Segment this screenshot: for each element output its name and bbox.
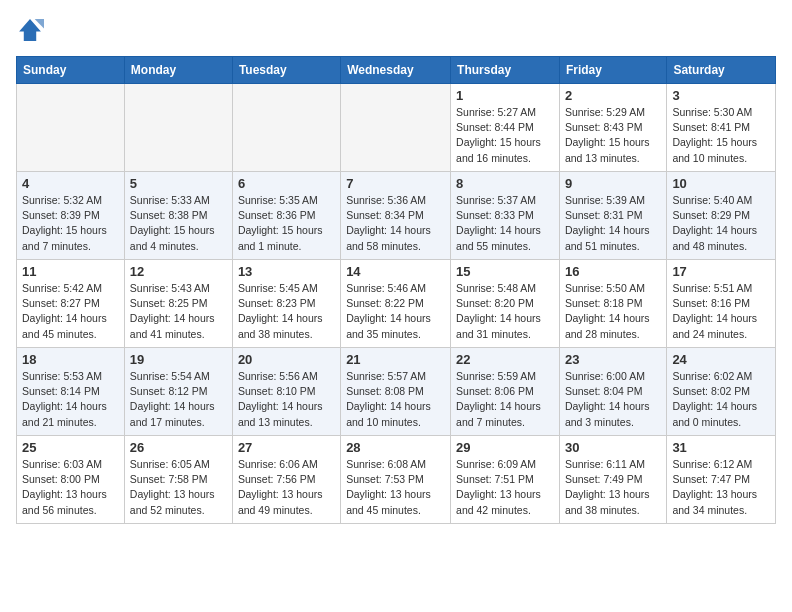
- calendar-cell: 14Sunrise: 5:46 AM Sunset: 8:22 PM Dayli…: [341, 260, 451, 348]
- day-number: 13: [238, 264, 335, 279]
- day-info: Sunrise: 5:35 AM Sunset: 8:36 PM Dayligh…: [238, 193, 335, 254]
- day-info: Sunrise: 5:42 AM Sunset: 8:27 PM Dayligh…: [22, 281, 119, 342]
- calendar-cell: 4Sunrise: 5:32 AM Sunset: 8:39 PM Daylig…: [17, 172, 125, 260]
- weekday-header-wednesday: Wednesday: [341, 57, 451, 84]
- calendar-week-row: 11Sunrise: 5:42 AM Sunset: 8:27 PM Dayli…: [17, 260, 776, 348]
- day-number: 18: [22, 352, 119, 367]
- day-number: 31: [672, 440, 770, 455]
- day-info: Sunrise: 6:03 AM Sunset: 8:00 PM Dayligh…: [22, 457, 119, 518]
- day-number: 30: [565, 440, 661, 455]
- day-number: 7: [346, 176, 445, 191]
- day-number: 19: [130, 352, 227, 367]
- day-info: Sunrise: 6:02 AM Sunset: 8:02 PM Dayligh…: [672, 369, 770, 430]
- calendar-cell: [124, 84, 232, 172]
- day-number: 17: [672, 264, 770, 279]
- calendar-week-row: 4Sunrise: 5:32 AM Sunset: 8:39 PM Daylig…: [17, 172, 776, 260]
- calendar-cell: 15Sunrise: 5:48 AM Sunset: 8:20 PM Dayli…: [451, 260, 560, 348]
- day-info: Sunrise: 5:46 AM Sunset: 8:22 PM Dayligh…: [346, 281, 445, 342]
- day-number: 8: [456, 176, 554, 191]
- day-info: Sunrise: 5:33 AM Sunset: 8:38 PM Dayligh…: [130, 193, 227, 254]
- calendar-cell: 27Sunrise: 6:06 AM Sunset: 7:56 PM Dayli…: [232, 436, 340, 524]
- calendar-cell: 29Sunrise: 6:09 AM Sunset: 7:51 PM Dayli…: [451, 436, 560, 524]
- day-number: 15: [456, 264, 554, 279]
- weekday-header-monday: Monday: [124, 57, 232, 84]
- calendar-week-row: 25Sunrise: 6:03 AM Sunset: 8:00 PM Dayli…: [17, 436, 776, 524]
- calendar-cell: 10Sunrise: 5:40 AM Sunset: 8:29 PM Dayli…: [667, 172, 776, 260]
- calendar-cell: [232, 84, 340, 172]
- day-info: Sunrise: 5:43 AM Sunset: 8:25 PM Dayligh…: [130, 281, 227, 342]
- day-number: 10: [672, 176, 770, 191]
- day-info: Sunrise: 5:48 AM Sunset: 8:20 PM Dayligh…: [456, 281, 554, 342]
- calendar-cell: 5Sunrise: 5:33 AM Sunset: 8:38 PM Daylig…: [124, 172, 232, 260]
- day-number: 5: [130, 176, 227, 191]
- calendar-cell: 7Sunrise: 5:36 AM Sunset: 8:34 PM Daylig…: [341, 172, 451, 260]
- calendar-cell: 8Sunrise: 5:37 AM Sunset: 8:33 PM Daylig…: [451, 172, 560, 260]
- calendar-cell: 1Sunrise: 5:27 AM Sunset: 8:44 PM Daylig…: [451, 84, 560, 172]
- day-number: 4: [22, 176, 119, 191]
- day-number: 9: [565, 176, 661, 191]
- day-number: 3: [672, 88, 770, 103]
- calendar-cell: 31Sunrise: 6:12 AM Sunset: 7:47 PM Dayli…: [667, 436, 776, 524]
- calendar-cell: 22Sunrise: 5:59 AM Sunset: 8:06 PM Dayli…: [451, 348, 560, 436]
- calendar-cell: 13Sunrise: 5:45 AM Sunset: 8:23 PM Dayli…: [232, 260, 340, 348]
- calendar-cell: 23Sunrise: 6:00 AM Sunset: 8:04 PM Dayli…: [559, 348, 666, 436]
- day-info: Sunrise: 5:51 AM Sunset: 8:16 PM Dayligh…: [672, 281, 770, 342]
- calendar-cell: 26Sunrise: 6:05 AM Sunset: 7:58 PM Dayli…: [124, 436, 232, 524]
- calendar-cell: 30Sunrise: 6:11 AM Sunset: 7:49 PM Dayli…: [559, 436, 666, 524]
- day-number: 26: [130, 440, 227, 455]
- day-info: Sunrise: 5:27 AM Sunset: 8:44 PM Dayligh…: [456, 105, 554, 166]
- day-info: Sunrise: 5:56 AM Sunset: 8:10 PM Dayligh…: [238, 369, 335, 430]
- day-info: Sunrise: 5:32 AM Sunset: 8:39 PM Dayligh…: [22, 193, 119, 254]
- day-info: Sunrise: 6:12 AM Sunset: 7:47 PM Dayligh…: [672, 457, 770, 518]
- day-info: Sunrise: 6:05 AM Sunset: 7:58 PM Dayligh…: [130, 457, 227, 518]
- day-info: Sunrise: 5:36 AM Sunset: 8:34 PM Dayligh…: [346, 193, 445, 254]
- day-number: 12: [130, 264, 227, 279]
- weekday-header-thursday: Thursday: [451, 57, 560, 84]
- day-info: Sunrise: 5:30 AM Sunset: 8:41 PM Dayligh…: [672, 105, 770, 166]
- day-number: 29: [456, 440, 554, 455]
- day-number: 21: [346, 352, 445, 367]
- day-info: Sunrise: 6:00 AM Sunset: 8:04 PM Dayligh…: [565, 369, 661, 430]
- logo: [16, 16, 48, 44]
- day-info: Sunrise: 5:40 AM Sunset: 8:29 PM Dayligh…: [672, 193, 770, 254]
- calendar-cell: 6Sunrise: 5:35 AM Sunset: 8:36 PM Daylig…: [232, 172, 340, 260]
- weekday-header-friday: Friday: [559, 57, 666, 84]
- day-info: Sunrise: 5:53 AM Sunset: 8:14 PM Dayligh…: [22, 369, 119, 430]
- calendar-cell: 28Sunrise: 6:08 AM Sunset: 7:53 PM Dayli…: [341, 436, 451, 524]
- calendar-cell: 12Sunrise: 5:43 AM Sunset: 8:25 PM Dayli…: [124, 260, 232, 348]
- weekday-header-saturday: Saturday: [667, 57, 776, 84]
- day-info: Sunrise: 6:08 AM Sunset: 7:53 PM Dayligh…: [346, 457, 445, 518]
- day-info: Sunrise: 5:59 AM Sunset: 8:06 PM Dayligh…: [456, 369, 554, 430]
- weekday-header-row: SundayMondayTuesdayWednesdayThursdayFrid…: [17, 57, 776, 84]
- day-number: 24: [672, 352, 770, 367]
- calendar-cell: 2Sunrise: 5:29 AM Sunset: 8:43 PM Daylig…: [559, 84, 666, 172]
- calendar-cell: 3Sunrise: 5:30 AM Sunset: 8:41 PM Daylig…: [667, 84, 776, 172]
- day-number: 28: [346, 440, 445, 455]
- day-number: 2: [565, 88, 661, 103]
- day-number: 11: [22, 264, 119, 279]
- calendar-cell: 20Sunrise: 5:56 AM Sunset: 8:10 PM Dayli…: [232, 348, 340, 436]
- weekday-header-tuesday: Tuesday: [232, 57, 340, 84]
- day-info: Sunrise: 5:39 AM Sunset: 8:31 PM Dayligh…: [565, 193, 661, 254]
- day-number: 14: [346, 264, 445, 279]
- day-number: 23: [565, 352, 661, 367]
- calendar-cell: 21Sunrise: 5:57 AM Sunset: 8:08 PM Dayli…: [341, 348, 451, 436]
- day-number: 16: [565, 264, 661, 279]
- calendar-cell: 24Sunrise: 6:02 AM Sunset: 8:02 PM Dayli…: [667, 348, 776, 436]
- calendar-cell: 17Sunrise: 5:51 AM Sunset: 8:16 PM Dayli…: [667, 260, 776, 348]
- day-info: Sunrise: 5:29 AM Sunset: 8:43 PM Dayligh…: [565, 105, 661, 166]
- day-number: 22: [456, 352, 554, 367]
- calendar-cell: 11Sunrise: 5:42 AM Sunset: 8:27 PM Dayli…: [17, 260, 125, 348]
- calendar-cell: [341, 84, 451, 172]
- day-number: 25: [22, 440, 119, 455]
- day-number: 1: [456, 88, 554, 103]
- day-info: Sunrise: 5:50 AM Sunset: 8:18 PM Dayligh…: [565, 281, 661, 342]
- calendar-week-row: 18Sunrise: 5:53 AM Sunset: 8:14 PM Dayli…: [17, 348, 776, 436]
- day-number: 27: [238, 440, 335, 455]
- calendar-cell: 25Sunrise: 6:03 AM Sunset: 8:00 PM Dayli…: [17, 436, 125, 524]
- calendar-cell: 9Sunrise: 5:39 AM Sunset: 8:31 PM Daylig…: [559, 172, 666, 260]
- day-info: Sunrise: 5:54 AM Sunset: 8:12 PM Dayligh…: [130, 369, 227, 430]
- day-info: Sunrise: 6:11 AM Sunset: 7:49 PM Dayligh…: [565, 457, 661, 518]
- day-number: 6: [238, 176, 335, 191]
- calendar-week-row: 1Sunrise: 5:27 AM Sunset: 8:44 PM Daylig…: [17, 84, 776, 172]
